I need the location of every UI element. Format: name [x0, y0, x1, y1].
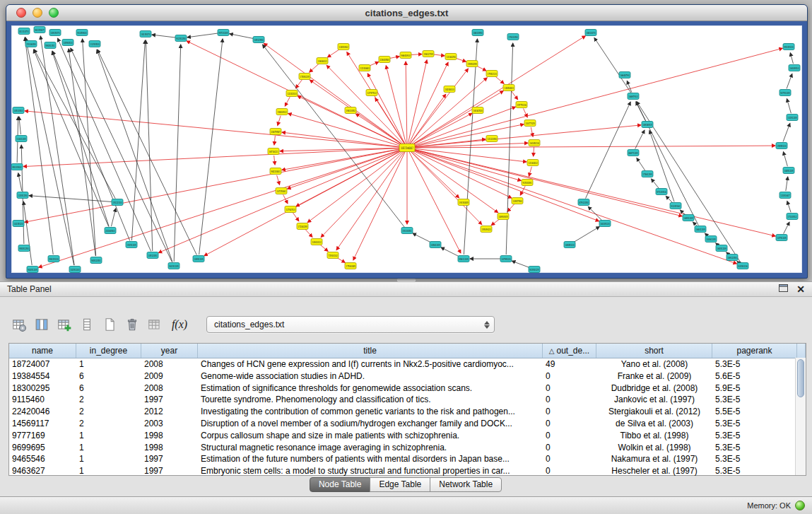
network-node[interactable]: 18610074 [585, 30, 596, 36]
network-node[interactable]: 15955120 [776, 143, 787, 149]
network-node[interactable]: 12242014 [286, 90, 298, 97]
table-row[interactable]: 1830029562008Estimation of significance … [9, 382, 806, 395]
network-node[interactable]: 91544091 [522, 180, 533, 186]
network-node[interactable]: 19612705 [423, 51, 434, 57]
table-row[interactable]: 946554611997Estimation of the future num… [9, 453, 806, 465]
window-minimize-button[interactable] [33, 8, 42, 18]
column-header-name[interactable]: name [9, 344, 76, 358]
network-node[interactable]: 10513503 [13, 107, 24, 114]
network-node[interactable]: 18208010 [444, 86, 455, 93]
network-node[interactable]: 91205162 [670, 203, 681, 209]
table-row[interactable]: 1938455462009Genome-wide association stu… [9, 370, 806, 382]
network-node[interactable]: 9533502 [11, 164, 23, 170]
network-node[interactable]: 16697914 [628, 93, 639, 100]
network-node[interactable]: 14606012 [317, 58, 328, 64]
network-node[interactable]: 10590514 [62, 40, 73, 46]
float-panel-icon[interactable] [779, 284, 788, 294]
network-node[interactable]: 90151205 [168, 263, 180, 269]
network-node[interactable]: 19813452 [345, 107, 356, 114]
table-row[interactable]: 1872400712008Changes of HCN gene express… [9, 358, 806, 370]
network-node[interactable]: 14957594 [512, 198, 523, 204]
column-header-short[interactable]: short [596, 344, 712, 358]
network-node[interactable]: 95611205 [458, 256, 469, 262]
network-node[interactable]: 97120516 [656, 189, 667, 195]
create-column-button[interactable] [55, 315, 73, 334]
network-node[interactable]: 17552124 [486, 71, 498, 77]
network-node[interactable]: 10915073 [49, 30, 61, 36]
network-node[interactable]: 16951205 [683, 215, 694, 221]
network-node[interactable]: 20679587 [270, 129, 281, 135]
network-node[interactable]: 95105120 [783, 44, 794, 50]
window-zoom-button[interactable] [49, 8, 59, 18]
window-close-button[interactable] [16, 8, 26, 18]
table-row[interactable]: 911546021997Tourette syndrome. Phenomeno… [9, 394, 806, 406]
network-node[interactable]: 17284255 [297, 223, 308, 230]
close-panel-icon[interactable]: ✕ [796, 284, 805, 294]
network-node[interactable]: 15954295 [466, 61, 478, 67]
network-node[interactable]: 10851205 [783, 168, 794, 174]
network-node[interactable]: 16105120 [599, 221, 611, 227]
column-header-in_degree[interactable]: in_degree [76, 344, 141, 358]
network-node[interactable]: 16051209 [716, 245, 727, 252]
network-canvas[interactable]: 1285390214606012178542351224201419804912… [11, 25, 802, 273]
network-node[interactable]: 25106059 [25, 41, 37, 47]
network-node[interactable]: 10512051 [147, 252, 158, 259]
vertical-scrollbar[interactable] [795, 358, 806, 475]
table-options-button[interactable] [10, 315, 28, 334]
show-rows-button[interactable] [78, 315, 96, 334]
network-node[interactable]: 18954925 [498, 214, 509, 220]
network-node[interactable]: 20160503 [105, 228, 116, 234]
network-node[interactable]: 14850803 [503, 85, 514, 91]
tab-edge-table[interactable]: Edge Table [370, 477, 430, 492]
column-header-out_degree[interactable]: △out_de... [543, 344, 596, 358]
network-node[interactable]: 11253520 [89, 41, 100, 47]
network-node[interactable]: 19154845 [458, 199, 469, 206]
network-node[interactable]: 92450126 [737, 263, 748, 269]
network-node[interactable]: 16162520 [472, 107, 483, 114]
network-node[interactable]: 9105904 [76, 30, 88, 36]
network-node[interactable]: 59051351 [45, 42, 56, 49]
tab-network-table[interactable]: Network Table [430, 477, 502, 492]
network-node[interactable]: 90051205 [27, 267, 38, 273]
network-node[interactable]: 16912050 [726, 255, 738, 261]
network-node[interactable]: 17103512 [787, 214, 798, 220]
network-node[interactable]: 92751205 [779, 90, 791, 96]
network-node[interactable]: 8131074 [18, 28, 30, 35]
scrollbar-thumb[interactable] [797, 359, 804, 397]
new-table-button[interactable] [100, 315, 119, 334]
network-node[interactable]: 91251250 [175, 35, 187, 42]
network-node[interactable]: 16936915 [642, 122, 653, 128]
network-node[interactable]: 36716121 [268, 148, 279, 155]
network-node[interactable]: 10251203 [69, 267, 81, 273]
network-node[interactable]: 12051607 [779, 192, 791, 199]
network-node[interactable]: 72544102 [327, 252, 339, 259]
network-node[interactable]: 10725061 [276, 188, 287, 194]
network-node[interactable]: 10235120 [13, 221, 24, 227]
network-node[interactable]: 59015120 [48, 256, 59, 262]
table-row[interactable]: 977716911998Corpus callosum shape and si… [9, 430, 806, 442]
delete-table-button[interactable] [123, 315, 141, 334]
network-node[interactable]: 15549323 [481, 226, 492, 233]
table-row[interactable]: 2242004622012Investigating the contribut… [9, 406, 806, 418]
network-node[interactable]: 96640910 [400, 52, 411, 59]
window-titlebar[interactable]: citations_edges.txt [6, 5, 807, 21]
network-node[interactable]: 17610350 [507, 34, 519, 40]
network-node[interactable]: 11841205 [16, 136, 27, 142]
function-builder-button[interactable]: f(x) [168, 315, 191, 334]
splitter-grip[interactable] [397, 279, 416, 281]
network-node[interactable]: 10903412 [311, 239, 322, 245]
network-node[interactable]: 19804912 [276, 109, 288, 115]
tab-node-table[interactable]: Node Table [310, 477, 371, 492]
network-node[interactable]: 86971205 [628, 150, 639, 156]
network-node[interactable]: 12797512 [366, 90, 377, 96]
network-node[interactable]: 17861295 [642, 171, 653, 177]
network-node[interactable]: 16648794 [619, 72, 630, 78]
column-header-title[interactable]: title [198, 344, 543, 358]
table-selector-dropdown[interactable]: citations_edges.txt [206, 316, 495, 333]
network-node[interactable]: 12164812 [527, 160, 539, 166]
network-node[interactable]: 16309510 [789, 65, 800, 71]
column-header-pagerank[interactable]: pagerank [712, 344, 797, 358]
network-node[interactable]: 16985120 [564, 242, 575, 248]
network-node[interactable]: 15122334 [112, 199, 123, 206]
import-table-button[interactable] [146, 315, 164, 334]
